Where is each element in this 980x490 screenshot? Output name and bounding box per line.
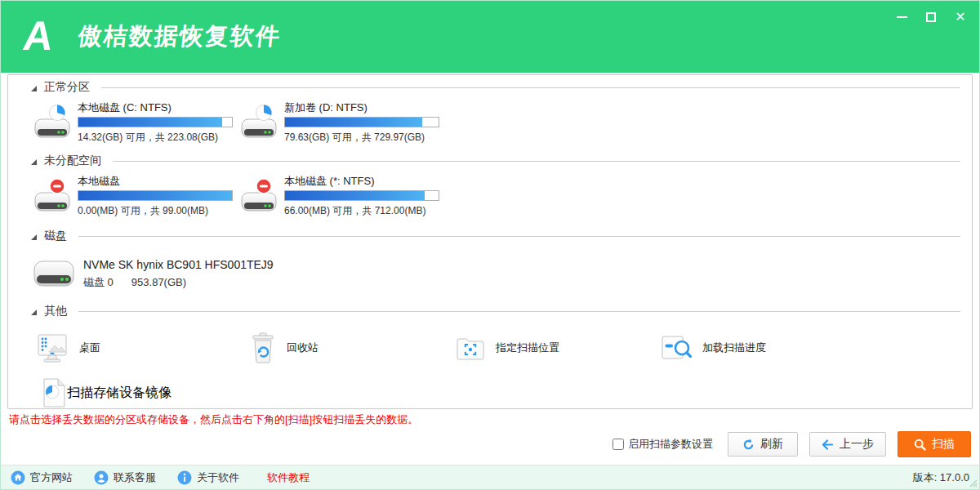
- collapse-triangle-icon: [31, 310, 37, 315]
- window-controls: ✕: [893, 7, 969, 27]
- close-button[interactable]: ✕: [951, 9, 969, 25]
- usage-bar: [284, 117, 439, 127]
- partition-name: 本地磁盘 (*: NTFS): [284, 175, 439, 188]
- partition-size: 79.63(GB) 可用，共 729.97(GB): [284, 131, 439, 145]
- app-logo-icon: A: [20, 16, 56, 56]
- scan-params-checkbox[interactable]: [612, 439, 624, 450]
- footer-link-label: 联系客服: [114, 470, 156, 485]
- collapse-triangle-icon: [31, 86, 37, 91]
- other-items-row: 桌面 回收站 指定扫描位置: [8, 330, 972, 366]
- usage-bar-fill: [78, 191, 232, 200]
- scan-location-icon: [455, 334, 486, 362]
- footer-link-about[interactable]: 关于软件: [177, 470, 239, 485]
- section-header-normal-partitions[interactable]: 正常分区: [8, 78, 972, 96]
- section-divider: [78, 311, 960, 312]
- drive-pie-icon: [239, 104, 278, 141]
- disk-size: 953.87(GB): [131, 276, 186, 288]
- footer-link-label: 关于软件: [197, 470, 239, 485]
- other-item-load-progress[interactable]: 加载扫描进度: [660, 333, 766, 363]
- device-image-icon: [41, 377, 67, 408]
- usage-bar-fill: [285, 191, 425, 200]
- section-divider: [78, 236, 960, 237]
- back-button[interactable]: 上一步: [809, 432, 886, 457]
- other-item-device-image[interactable]: 扫描存储设备镜像: [41, 376, 972, 409]
- disk-label: 磁盘 0: [83, 276, 114, 288]
- desktop-icon: [35, 332, 69, 363]
- partition-item-c[interactable]: 本地磁盘 (C: NTFS) 14.32(GB) 可用，共 223.08(GB): [33, 100, 239, 145]
- other-item-label: 指定扫描位置: [496, 341, 559, 355]
- scan-params-label: 启用扫描参数设置: [628, 437, 713, 452]
- section-header-unallocated[interactable]: 未分配空间: [8, 152, 972, 170]
- load-progress-icon: [660, 333, 693, 363]
- collapse-triangle-icon: [31, 159, 37, 165]
- unallocated-item-2[interactable]: 本地磁盘 (*: NTFS) 66.00(MB) 可用，共 712.00(MB): [239, 173, 446, 219]
- partition-size: 0.00(MB) 可用，共 99.00(MB): [78, 204, 233, 218]
- partition-size: 14.32(GB) 可用，共 223.08(GB): [78, 131, 233, 145]
- minimize-button[interactable]: [893, 9, 911, 25]
- other-item-desktop[interactable]: 桌面: [35, 332, 249, 363]
- normal-partitions-row: 本地磁盘 (C: NTFS) 14.32(GB) 可用，共 223.08(GB)…: [8, 100, 972, 145]
- other-item-scan-location[interactable]: 指定扫描位置: [455, 334, 660, 362]
- section-title: 其他: [44, 304, 67, 318]
- unallocated-row: 本地磁盘 0.00(MB) 可用，共 99.00(MB) 本地磁盘 (*: NT…: [8, 173, 972, 219]
- usage-bar-fill: [285, 118, 422, 127]
- support-icon: [94, 470, 109, 485]
- scan-button[interactable]: 扫描: [898, 431, 971, 457]
- other-item-recycle-bin[interactable]: 回收站: [249, 332, 455, 364]
- footer-bar: 官方网站 联系客服 关于软件 软件教程 版本: 17.0.0: [1, 465, 979, 489]
- maximize-icon: [926, 12, 936, 22]
- hard-disk-icon: [33, 257, 75, 290]
- refresh-button[interactable]: 刷新: [728, 432, 798, 457]
- section-title: 正常分区: [44, 80, 90, 95]
- action-bar: 启用扫描参数设置 刷新 上一步 扫描: [612, 431, 971, 457]
- section-title: 磁盘: [44, 229, 67, 243]
- resize-grip[interactable]: [969, 479, 978, 488]
- section-header-other[interactable]: 其他: [8, 302, 972, 320]
- app-window: A 傲桔数据恢复软件 ✕ 正常分区: [0, 0, 980, 490]
- magnifier-icon: [914, 439, 926, 451]
- unallocated-item-1[interactable]: 本地磁盘 0.00(MB) 可用，共 99.00(MB): [33, 173, 239, 219]
- disk-model: NVMe SK hynix BC901 HFS001TEJ9: [83, 257, 274, 272]
- section-title: 未分配空间: [44, 154, 101, 168]
- drive-blocked-icon: [239, 177, 278, 215]
- section-divider: [101, 87, 960, 88]
- partition-item-d[interactable]: 新加卷 (D: NTFS) 79.63(GB) 可用，共 729.97(GB): [239, 100, 446, 145]
- section-header-disks[interactable]: 磁盘: [8, 227, 972, 245]
- footer-link-label: 软件教程: [267, 470, 310, 485]
- minimize-icon: [897, 16, 907, 18]
- section-divider: [113, 161, 960, 162]
- app-title: 傲桔数据恢复软件: [77, 22, 283, 50]
- usage-bar: [78, 190, 233, 201]
- scan-params-option[interactable]: 启用扫描参数设置: [612, 437, 713, 452]
- device-list-panel: 正常分区 本地磁盘 (C: NTFS) 14.32(GB) 可用，共 223.0…: [7, 74, 973, 409]
- partition-size: 66.00(MB) 可用，共 712.00(MB): [284, 204, 439, 218]
- recycle-bin-icon: [249, 332, 277, 364]
- version-label: 版本: 17.0.0: [913, 470, 969, 485]
- drive-pie-icon: [33, 104, 72, 141]
- partition-name: 新加卷 (D: NTFS): [284, 101, 439, 114]
- partition-name: 本地磁盘 (C: NTFS): [78, 101, 233, 114]
- partition-name: 本地磁盘: [78, 175, 233, 188]
- usage-bar: [284, 190, 439, 201]
- arrow-left-icon: [822, 439, 834, 450]
- info-icon: [177, 470, 192, 485]
- drive-blocked-icon: [33, 177, 72, 215]
- titlebar: A 傲桔数据恢复软件 ✕: [1, 1, 979, 73]
- home-icon: [11, 470, 25, 485]
- disk-item-0[interactable]: NVMe SK hynix BC901 HFS001TEJ9 磁盘 0953.8…: [33, 252, 972, 296]
- other-item-label: 回收站: [287, 341, 318, 355]
- scan-label: 扫描: [932, 437, 955, 452]
- footer-link-tutorial[interactable]: 软件教程: [267, 470, 310, 485]
- hint-text: 请点击选择丢失数据的分区或存储设备，然后点击右下角的[扫描]按钮扫描丢失的数据。: [9, 412, 418, 427]
- refresh-label: 刷新: [760, 437, 783, 452]
- usage-bar-fill: [78, 118, 222, 127]
- footer-link-official-site[interactable]: 官方网站: [11, 470, 73, 485]
- footer-link-contact-support[interactable]: 联系客服: [94, 470, 156, 485]
- footer-link-label: 官方网站: [30, 470, 73, 485]
- refresh-icon: [742, 439, 755, 451]
- other-item-label: 扫描存储设备镜像: [67, 385, 172, 402]
- other-item-label: 桌面: [79, 341, 100, 355]
- other-item-label: 加载扫描进度: [702, 341, 766, 355]
- maximize-button[interactable]: [922, 9, 940, 25]
- usage-bar: [78, 117, 233, 127]
